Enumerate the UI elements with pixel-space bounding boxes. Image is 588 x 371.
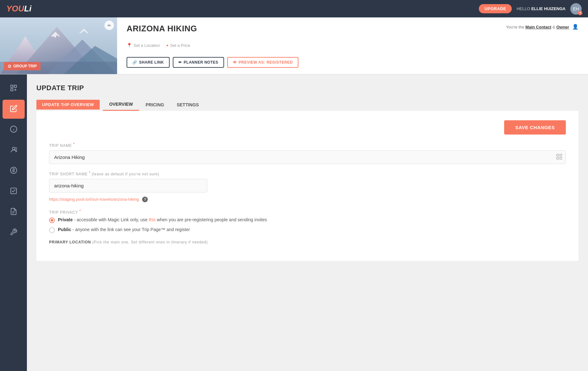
trip-title: ARIZONA HIKING <box>127 24 197 34</box>
share-icon: 🔗 <box>132 60 137 65</box>
svg-rect-21 <box>560 154 562 156</box>
app-logo[interactable]: YOULi <box>6 4 31 14</box>
logo-text: YOU <box>6 4 24 13</box>
sidebar-item-edit[interactable] <box>3 100 25 119</box>
hello-text: HELLO ELLIE HUIZENGA <box>516 6 566 11</box>
grid-icon <box>556 154 562 161</box>
tab-pricing[interactable]: PRICING <box>139 99 170 110</box>
privacy-private-option[interactable]: Private - accessible with Magic Link onl… <box>49 217 566 223</box>
checklist-icon <box>10 187 17 196</box>
help-icon[interactable]: ? <box>142 197 148 202</box>
sidebar-item-checklist[interactable] <box>3 182 25 201</box>
tabs-bar: UPDATE TrIP OVERVIEW OVERVIEW PRICING SE… <box>36 98 579 111</box>
privacy-private-label: Private - accessible with Magic Link onl… <box>58 217 267 222</box>
radio-private[interactable] <box>49 217 55 223</box>
privacy-public-label: Public - anyone with the link can see yo… <box>58 227 190 232</box>
sidebar-item-pricing[interactable] <box>3 161 25 180</box>
content-area: UPDATE TRIP UPDATE TrIP OVERVIEW OVERVIE… <box>27 74 588 371</box>
form-card: SAVE CHANGES TRIP NAME * <box>36 111 579 261</box>
group-trip-badge: ⊙ GROUP TRIP <box>4 62 41 70</box>
tab-overview[interactable]: OVERVIEW <box>103 98 139 111</box>
dashboard-icon <box>10 84 17 93</box>
privacy-public-option[interactable]: Public - anyone with the link can see yo… <box>49 227 566 233</box>
preview-button[interactable]: 👁 PREVIEW AS: REGISTERED <box>227 57 299 68</box>
upgrade-button[interactable]: UPGRADE <box>479 4 512 13</box>
settings-icon <box>10 228 17 237</box>
contacts-icon <box>10 146 17 155</box>
notes-icon <box>10 208 17 217</box>
trip-location-meta: 📍 Set a Location <box>127 43 160 48</box>
pricing-icon <box>10 167 17 176</box>
share-link-button[interactable]: 🔗 SHARE LINK <box>127 57 170 68</box>
svg-rect-20 <box>557 154 559 156</box>
trip-name-label: TRIP NAME * <box>49 142 566 148</box>
primary-location-section: PRIMARY LOCATION (Pick the main one. Set… <box>49 240 566 244</box>
content-inner: UPDATE TRIP UPDATE TrIP OVERVIEW OVERVIE… <box>27 74 588 261</box>
privacy-options: Private - accessible with Magic Link onl… <box>49 217 566 233</box>
sidebar-item-contacts[interactable] <box>3 141 25 160</box>
svg-rect-8 <box>11 85 13 87</box>
logo-cursive: Li <box>24 4 31 13</box>
svg-rect-10 <box>11 89 13 91</box>
this-link[interactable]: this <box>149 217 156 222</box>
nav-right: UPGRADE HELLO ELLIE HUIZENGA EH ✦ <box>479 3 582 15</box>
avatar-badge: ✦ <box>578 11 582 15</box>
preview-icon: 👁 <box>233 60 237 65</box>
page-title: UPDATE TRIP <box>36 84 579 92</box>
trip-url-row: https://staging.youli.io/t/sun-travels/a… <box>49 195 566 202</box>
trip-actions: 🔗 SHARE LINK ✏ PLANNER NOTES 👁 PREVIEW A… <box>127 57 579 68</box>
save-changes-button[interactable]: SAVE CHANGES <box>504 120 566 135</box>
trip-short-name-section: TRIP SHORT NAME * (leave as default if y… <box>49 171 566 202</box>
tab-settings[interactable]: SETTINGS <box>170 99 205 110</box>
save-changes-row: SAVE CHANGES <box>49 120 566 135</box>
trip-meta: 📍 Set a Location ● Set a Price <box>127 43 579 48</box>
trip-short-name-label: TRIP SHORT NAME * (leave as default if y… <box>49 171 566 176</box>
sidebar-item-info[interactable] <box>3 120 25 139</box>
trip-name-input-wrapper <box>49 150 566 164</box>
trip-title-row: ARIZONA HIKING You're the Main Contact &… <box>127 24 579 34</box>
top-navigation: YOULi UPGRADE HELLO ELLIE HUIZENGA EH ✦ <box>0 0 588 17</box>
location-icon: 📍 <box>127 43 132 48</box>
main-contact-link[interactable]: Main Contact <box>525 25 551 29</box>
trip-url-link[interactable]: https://staging.youli.io/t/sun-travels/a… <box>49 197 139 202</box>
svg-rect-22 <box>557 157 559 159</box>
svg-rect-23 <box>560 157 562 159</box>
planner-notes-button[interactable]: ✏ PLANNER NOTES <box>173 57 224 68</box>
primary-location-label: PRIMARY LOCATION (Pick the main one. Set… <box>49 240 566 244</box>
price-icon: ● <box>166 43 168 47</box>
trip-banner-image[interactable]: ✏ ⊙ GROUP TRIP <box>0 17 117 74</box>
trip-contact-info: You're the Main Contact & Owner 👤 <box>506 24 579 30</box>
trip-privacy-label: TRIP PRIVACY * <box>49 209 566 215</box>
sidebar-item-settings[interactable] <box>3 223 25 242</box>
edit-photo-button[interactable]: ✏ <box>104 21 114 30</box>
radio-public[interactable] <box>49 227 55 233</box>
set-price-text[interactable]: Set a Price <box>170 43 190 48</box>
trip-info-panel: ARIZONA HIKING You're the Main Contact &… <box>117 17 588 74</box>
sidebar <box>0 74 27 371</box>
sidebar-item-notes[interactable] <box>3 203 25 222</box>
sidebar-item-dashboard[interactable] <box>3 79 25 98</box>
main-layout: UPDATE TRIP UPDATE TrIP OVERVIEW OVERVIE… <box>0 74 588 371</box>
edit-icon <box>10 105 17 114</box>
set-location-text[interactable]: Set a Location <box>134 43 160 48</box>
info-icon <box>10 125 17 135</box>
user-name: ELLIE HUIZENGA <box>531 6 566 11</box>
owner-link[interactable]: Owner <box>556 25 569 29</box>
svg-rect-9 <box>14 85 16 87</box>
avatar[interactable]: EH ✦ <box>570 3 582 15</box>
trip-price-meta: ● Set a Price <box>166 43 190 48</box>
trip-header: ✏ ⊙ GROUP TRIP ARIZONA HIKING You're the… <box>0 17 588 74</box>
pencil-icon: ✏ <box>178 60 182 65</box>
svg-point-14 <box>12 147 15 150</box>
trip-name-section: TRIP NAME * <box>49 142 566 164</box>
trip-privacy-section: TRIP PRIVACY * Private - accessible with… <box>49 209 566 233</box>
trip-name-input[interactable] <box>49 150 566 164</box>
update-trip-tab-label[interactable]: UPDATE TrIP OVERVIEW <box>36 100 100 110</box>
trip-short-name-input[interactable] <box>49 179 207 192</box>
